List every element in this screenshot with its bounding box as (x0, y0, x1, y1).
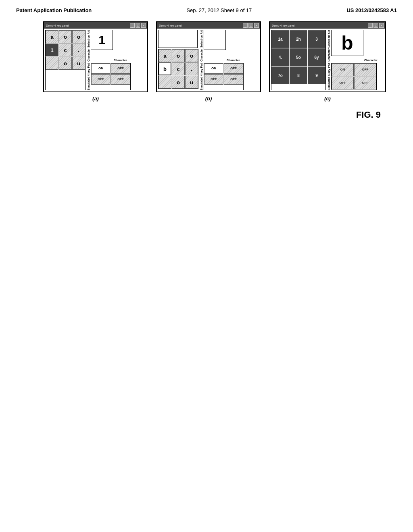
pad-a-on[interactable]: ON (91, 63, 111, 74)
pad-b-off2[interactable]: OFF (204, 74, 223, 85)
three-diagrams: Demo 4 key panel _ □ × a o o 1 c (43, 21, 386, 102)
diagram-b: Demo 4 key panel _ □ × a o o (156, 21, 261, 102)
key-b-1-0[interactable]: b (159, 62, 171, 75)
diagram-c: Demo 4 key panel _ □ × 1a 2h 3 4. 5o 6y … (269, 21, 386, 102)
simpad-label-b: Simulated 4-key Pad (200, 63, 203, 90)
pad-section-b: Simulated 4-key Pad ON OFF OFF OFF (200, 63, 244, 90)
key-b-0-0[interactable]: a (159, 49, 171, 62)
key-c-2-2[interactable]: 9 (308, 66, 325, 84)
key-c-1-0[interactable]: 4. (271, 48, 289, 66)
window-b: Demo 4 key panel _ □ × a o o (156, 21, 261, 92)
key-a-1-0[interactable]: 1 (46, 44, 58, 56)
pad-b-on[interactable]: ON (204, 63, 223, 74)
pad-a-off2[interactable]: OFF (91, 74, 111, 85)
key-a-1-2[interactable]: . (72, 44, 85, 56)
key-b-1-1[interactable]: c (172, 62, 185, 75)
pad-c-off2[interactable]: OFF (332, 77, 354, 89)
figure-title-row: FIG. 9 (16, 110, 413, 120)
pad-grid-c: ON OFF OFF OFF (331, 63, 377, 90)
key-c-0-2[interactable]: 3 (308, 30, 325, 48)
maximize-btn-b[interactable]: □ (248, 23, 253, 28)
close-btn-c[interactable]: × (379, 23, 384, 28)
csa-label-a: Character Selection Aid (87, 30, 90, 62)
key-c-0-0[interactable]: 1a (271, 30, 289, 48)
titlebar-b: Demo 4 key panel _ □ × (157, 22, 260, 29)
key-a-0-2[interactable]: o (72, 30, 85, 43)
key-a-1-1[interactable]: c (59, 44, 72, 56)
char-section-a: Character Selection Aid 1 Character (87, 30, 131, 62)
window-a: Demo 4 key panel _ □ × a o o 1 c (43, 21, 148, 92)
key-b-2-0[interactable] (159, 76, 171, 89)
titlebar-label-a: Demo 4 key panel (45, 24, 129, 27)
key-b-0-2[interactable]: o (185, 49, 198, 62)
char-box-area-b: Character (204, 30, 240, 62)
right-panel-b: Character Selection Aid Character Simula… (200, 30, 244, 90)
right-panel-c: Character Selection Aid b Character (327, 30, 378, 90)
char-label-b: Character (227, 30, 240, 62)
pad-c-off0[interactable]: ON (332, 63, 354, 76)
char-section-b: Character Selection Aid Character (200, 30, 244, 62)
key-a-0-0[interactable]: a (46, 30, 58, 43)
key-a-2-2[interactable]: u (72, 57, 85, 70)
pad-b-off3[interactable]: OFF (224, 74, 243, 85)
key-c-1-2[interactable]: 6y (308, 48, 325, 66)
pad-c-off3[interactable]: OFF (354, 77, 376, 89)
minimize-btn-a[interactable]: _ (130, 23, 135, 28)
diagram-label-b: (b) (205, 96, 212, 102)
key-a-2-1[interactable]: o (59, 57, 72, 70)
char-section-c: Character Selection Aid b Character (327, 30, 378, 62)
maximize-btn-c[interactable]: □ (373, 23, 378, 28)
key-c-2-0[interactable]: 7o (271, 66, 289, 84)
titlebar-label-c: Demo 4 key panel (271, 24, 367, 27)
maximize-btn-a[interactable]: □ (136, 23, 140, 28)
key-b-2-1[interactable]: o (172, 76, 185, 89)
char-big-a: 1 (98, 33, 105, 47)
close-btn-b[interactable]: × (254, 23, 259, 28)
page-header: Patent Application Publication Sep. 27, … (0, 0, 413, 17)
figures-area: Demo 4 key panel _ □ × a o o 1 c (0, 17, 413, 120)
simpad-label-a: Simulated 4-key Pad (87, 63, 90, 90)
key-grid-a: a o o 1 c . o u (45, 30, 86, 90)
simpad-label-c: Simulated 4-key Pad (327, 63, 330, 90)
csa-label-b: Character Selection Aid (200, 30, 203, 62)
right-panel-a: Character Selection Aid 1 Character Simu… (87, 30, 131, 90)
pad-section-c: Simulated 4-key Pad ON OFF OFF OFF (327, 63, 378, 90)
figure-title: FIG. 9 (356, 110, 381, 120)
pad-a-off3[interactable]: OFF (111, 74, 130, 85)
close-btn-a[interactable]: × (141, 23, 146, 28)
diagram-a: Demo 4 key panel _ □ × a o o 1 c (43, 21, 148, 102)
char-box-area-a: 1 Character (91, 30, 127, 62)
pad-grid-b: ON OFF OFF OFF (204, 63, 244, 90)
key-a-2-0[interactable] (46, 57, 58, 70)
char-big-c: b (341, 32, 353, 54)
key-c-1-1[interactable]: 5o (290, 48, 307, 66)
minimize-btn-c[interactable]: _ (368, 23, 373, 28)
window-body-c: 1a 2h 3 4. 5o 6y 7o 8 9 Charac (270, 29, 385, 91)
pad-grid-a: ON OFF OFF OFF (91, 63, 131, 90)
header-right: US 2012/0242583 A1 (346, 7, 397, 13)
key-c-2-1[interactable]: 8 (290, 66, 307, 84)
header-center: Sep. 27, 2012 Sheet 9 of 17 (186, 7, 252, 13)
csa-label-c: Character Selection Aid (327, 30, 330, 62)
key-grid-c: 1a 2h 3 4. 5o 6y 7o 8 9 (271, 30, 326, 90)
pad-b-off1[interactable]: OFF (224, 63, 243, 74)
char-label-a: Character (114, 30, 127, 62)
char-display-c: b (331, 30, 363, 56)
window-c: Demo 4 key panel _ □ × 1a 2h 3 4. 5o 6y … (269, 21, 386, 92)
pad-section-a: Simulated 4-key Pad ON OFF OFF OFF (87, 63, 131, 90)
char-display-a: 1 (91, 30, 113, 50)
window-body-b: a o o b c . o u (157, 29, 260, 91)
key-a-0-1[interactable]: o (59, 30, 72, 43)
large-char-display-b (158, 30, 198, 48)
key-b-0-1[interactable]: o (172, 49, 185, 62)
pad-c-off1[interactable]: OFF (354, 63, 376, 76)
key-c-0-1[interactable]: 2h (290, 30, 307, 48)
key-b-1-2[interactable]: . (185, 62, 198, 75)
diagram-label-a: (a) (92, 96, 99, 102)
pad-a-off1[interactable]: OFF (111, 63, 130, 74)
minimize-btn-b[interactable]: _ (243, 23, 248, 28)
char-label-c: Character (364, 30, 378, 62)
titlebar-a: Demo 4 key panel _ □ × (44, 22, 147, 29)
key-b-2-2[interactable]: u (185, 76, 198, 89)
diagram-label-c: (c) (324, 96, 331, 102)
